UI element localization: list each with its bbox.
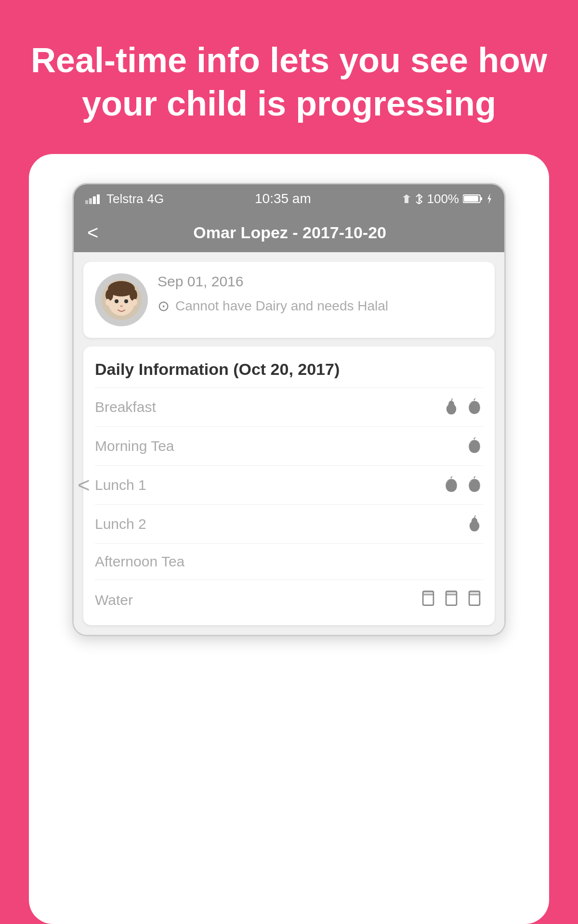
profile-info: Sep 01, 2016 ⊙ Cannot have Dairy and nee… <box>158 273 483 315</box>
meal-label-breakfast: Breakfast <box>95 399 443 415</box>
back-button[interactable]: < <box>87 222 98 244</box>
hero-text: Real-time info lets you see how your chi… <box>0 0 578 154</box>
battery-label: 100% <box>427 192 459 206</box>
meal-icons-lunch1 <box>443 475 483 495</box>
svg-point-13 <box>124 299 128 303</box>
svg-rect-6 <box>480 197 482 200</box>
header-title: Omar Lopez - 2017-10-20 <box>108 223 491 242</box>
pear-icon-1 <box>443 398 460 417</box>
svg-rect-30 <box>469 591 480 595</box>
meal-row-breakfast: Breakfast <box>95 387 483 426</box>
meal-row-lunch1: < Lunch 1 <box>95 465 483 504</box>
meal-label-afternoon-tea: Afternoon Tea <box>95 553 483 570</box>
svg-rect-24 <box>423 591 434 595</box>
phone-frame: Telstra 4G 10:35 am 100% <box>72 183 506 636</box>
meal-icons-water <box>420 590 483 611</box>
profile-card: Sep 01, 2016 ⊙ Cannot have Dairy and nee… <box>83 262 495 338</box>
meal-label-morning-tea: Morning Tea <box>95 438 466 454</box>
apple-icon-4 <box>466 475 483 495</box>
svg-rect-2 <box>93 196 96 204</box>
meal-icons-lunch2 <box>466 514 483 534</box>
svg-line-19 <box>451 399 452 401</box>
meal-label-water: Water <box>95 592 420 608</box>
profile-note: ⊙ Cannot have Dairy and needs Halal <box>158 296 483 315</box>
svg-point-15 <box>105 299 110 306</box>
avatar <box>95 273 148 326</box>
bluetooth-icon <box>415 193 423 204</box>
svg-point-16 <box>132 299 137 306</box>
svg-point-21 <box>472 518 477 525</box>
meal-label-lunch2: Lunch 2 <box>95 516 466 532</box>
meal-row-morning-tea: Morning Tea <box>95 426 483 465</box>
meal-icons-breakfast <box>443 398 483 417</box>
meal-row-afternoon-tea: Afternoon Tea <box>95 543 483 579</box>
status-bar: Telstra 4G 10:35 am 100% <box>74 184 504 213</box>
profile-date: Sep 01, 2016 <box>158 273 483 290</box>
cup-icon-2 <box>443 590 460 611</box>
phone-container: Telstra 4G 10:35 am 100% <box>29 154 549 924</box>
cup-icon-1 <box>420 590 437 611</box>
meal-label-lunch1: Lunch 1 <box>95 477 443 493</box>
meal-row-water: Water <box>95 579 483 620</box>
scroll-back-icon[interactable]: < <box>78 473 90 497</box>
network-label: 4G <box>147 192 164 206</box>
svg-point-18 <box>448 401 454 408</box>
battery-icon <box>463 194 482 204</box>
location-icon <box>402 193 411 204</box>
status-left: Telstra 4G <box>85 192 164 206</box>
svg-rect-0 <box>85 200 88 204</box>
svg-point-11 <box>130 289 137 301</box>
app-content: Sep 01, 2016 ⊙ Cannot have Dairy and nee… <box>74 252 504 635</box>
apple-icon-3 <box>443 475 460 495</box>
svg-rect-5 <box>464 196 478 202</box>
svg-point-14 <box>120 305 123 307</box>
svg-rect-3 <box>97 194 100 204</box>
daily-title: Daily Information (Oct 20, 2017) <box>95 360 483 379</box>
svg-rect-27 <box>446 591 457 595</box>
meal-row-lunch2: Lunch 2 <box>95 504 483 543</box>
status-time: 10:35 am <box>255 191 311 206</box>
app-header: < Omar Lopez - 2017-10-20 <box>74 213 504 252</box>
profile-note-text: Cannot have Dairy and needs Halal <box>175 296 388 315</box>
carrier-label: Telstra <box>106 192 144 206</box>
info-icon: ⊙ <box>158 297 170 314</box>
apple-icon-1 <box>466 398 483 417</box>
svg-rect-1 <box>89 198 92 204</box>
meal-icons-morning-tea <box>466 436 483 456</box>
svg-point-12 <box>115 299 118 303</box>
status-right: 100% <box>402 192 493 206</box>
svg-line-22 <box>474 516 475 518</box>
apple-icon-2 <box>466 436 483 456</box>
signal-icon <box>85 193 103 204</box>
svg-point-10 <box>105 289 113 301</box>
cup-icon-3 <box>466 590 483 611</box>
charging-icon <box>486 193 493 204</box>
pear-icon-2 <box>466 514 483 534</box>
daily-card: Daily Information (Oct 20, 2017) Breakfa… <box>83 346 495 625</box>
